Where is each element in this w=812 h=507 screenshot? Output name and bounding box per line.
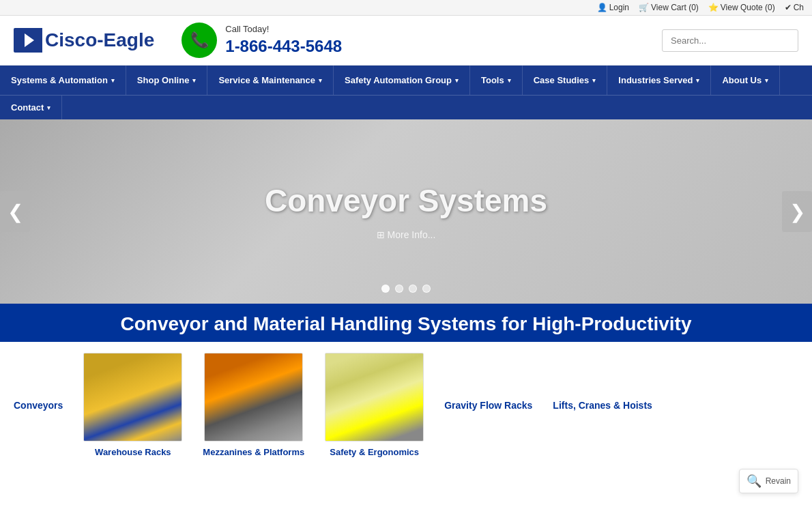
product-card-mezzanines[interactable]: Mezzanines & Platforms — [203, 353, 304, 457]
promo-banner: Conveyor and Material Handling Systems f… — [0, 304, 812, 342]
nav-item-contact[interactable]: Contact▾ — [0, 96, 62, 119]
product-card-safety-ergonomics[interactable]: Safety & Ergonomics — [325, 353, 424, 457]
nav-label: Service & Maintenance — [218, 75, 315, 85]
nav-label: Systems & Automation — [11, 75, 108, 85]
nav-label: About Us — [722, 75, 762, 85]
site-header: Cisco-Eagle 📞 Call Today! 1-866-443-5648 — [0, 16, 812, 66]
nav-item-case-studies[interactable]: Case Studies▾ — [523, 66, 608, 95]
product-label-safety-ergonomics[interactable]: Safety & Ergonomics — [330, 447, 419, 457]
nav-item-systems-&-automation[interactable]: Systems & Automation▾ — [0, 66, 126, 95]
check-icon: ✔ — [785, 3, 792, 12]
slider-dot-2[interactable] — [409, 285, 417, 293]
product-image-warehouse-racks — [83, 353, 182, 441]
login-link[interactable]: 👤 Login — [597, 3, 629, 12]
product-link-lifts-cranes[interactable]: Lifts, Cranes & Hoists — [553, 400, 652, 411]
dropdown-arrow-icon: ▾ — [47, 104, 50, 111]
nav-item-service-&-maintenance[interactable]: Service & Maintenance▾ — [207, 66, 334, 95]
slider-dot-0[interactable] — [381, 285, 390, 293]
hero-more-link[interactable]: ⊞ More Info... — [377, 229, 436, 240]
product-image-mezzanines — [204, 353, 303, 441]
secondary-nav: Contact▾ — [0, 95, 812, 119]
product-label-mezzanines[interactable]: Mezzanines & Platforms — [203, 447, 304, 457]
cart-icon: 🛒 — [639, 3, 649, 12]
slider-dot-3[interactable] — [422, 285, 431, 293]
dropdown-arrow-icon: ▾ — [508, 77, 511, 84]
nav-label: Industries Served — [618, 75, 693, 85]
login-icon: 👤 — [597, 3, 607, 12]
product-link-gravity-flow[interactable]: Gravity Flow Racks — [444, 400, 532, 411]
hero-content: Conveyor Systems ⊞ More Info... — [265, 182, 547, 241]
product-image-safety-ergonomics — [325, 353, 424, 441]
slider-prev-button[interactable]: ❮ — [0, 191, 30, 232]
dropdown-arrow-icon: ▾ — [592, 77, 596, 84]
cart-link[interactable]: 🛒 View Cart (0) — [639, 3, 699, 12]
main-nav: Systems & Automation▾Shop Online▾Service… — [0, 66, 812, 95]
nav-item-safety-automation-group[interactable]: Safety Automation Group▾ — [334, 66, 470, 95]
dropdown-arrow-icon: ▾ — [192, 77, 196, 84]
product-label-warehouse-racks[interactable]: Warehouse Racks — [95, 447, 171, 457]
slider-next-button[interactable]: ❯ — [782, 191, 812, 232]
dropdown-arrow-icon: ▾ — [455, 77, 459, 84]
dropdown-arrow-icon: ▾ — [319, 77, 322, 84]
hero-title: Conveyor Systems — [265, 182, 547, 219]
logo[interactable]: Cisco-Eagle — [14, 28, 154, 53]
checkout-link[interactable]: ✔ Ch — [785, 3, 804, 12]
nav-item-tools[interactable]: Tools▾ — [470, 66, 523, 95]
product-link-conveyors[interactable]: Conveyors — [14, 400, 63, 411]
quote-link[interactable]: ⭐ View Quote (0) — [708, 3, 775, 12]
top-bar: 👤 Login 🛒 View Cart (0) ⭐ View Quote (0)… — [0, 0, 812, 16]
search-area — [662, 29, 798, 52]
slider-dots — [381, 285, 431, 293]
nav-label: Safety Automation Group — [345, 75, 452, 85]
nav-item-about-us[interactable]: About Us▾ — [711, 66, 780, 95]
phone-number: 1-866-443-5648 — [225, 35, 342, 57]
call-today-label: Call Today! — [225, 24, 342, 35]
dropdown-arrow-icon: ▾ — [765, 77, 768, 84]
product-card-warehouse-racks[interactable]: Warehouse Racks — [83, 353, 182, 457]
nav-item-industries-served[interactable]: Industries Served▾ — [607, 66, 711, 95]
nav-label: Contact — [11, 102, 44, 113]
logo-text: Cisco-Eagle — [45, 29, 154, 51]
dropdown-arrow-icon: ▾ — [696, 77, 699, 84]
dropdown-arrow-icon: ▾ — [111, 77, 115, 84]
star-icon: ⭐ — [708, 3, 719, 12]
banner-title: Conveyor and Material Handling Systems f… — [14, 313, 798, 335]
products-row: ConveyorsWarehouse RacksMezzanines & Pla… — [0, 342, 812, 468]
phone-icon: 📞 — [182, 23, 217, 58]
nav-label: Tools — [481, 75, 504, 85]
hero-slider: ❮ Conveyor Systems ⊞ More Info... ❯ — [0, 119, 812, 304]
nav-label: Shop Online — [137, 75, 190, 85]
slider-dot-1[interactable] — [395, 285, 403, 293]
nav-item-shop-online[interactable]: Shop Online▾ — [126, 66, 208, 95]
call-section: 📞 Call Today! 1-866-443-5648 — [182, 23, 342, 58]
nav-label: Case Studies — [534, 75, 590, 85]
search-input[interactable] — [662, 29, 798, 52]
